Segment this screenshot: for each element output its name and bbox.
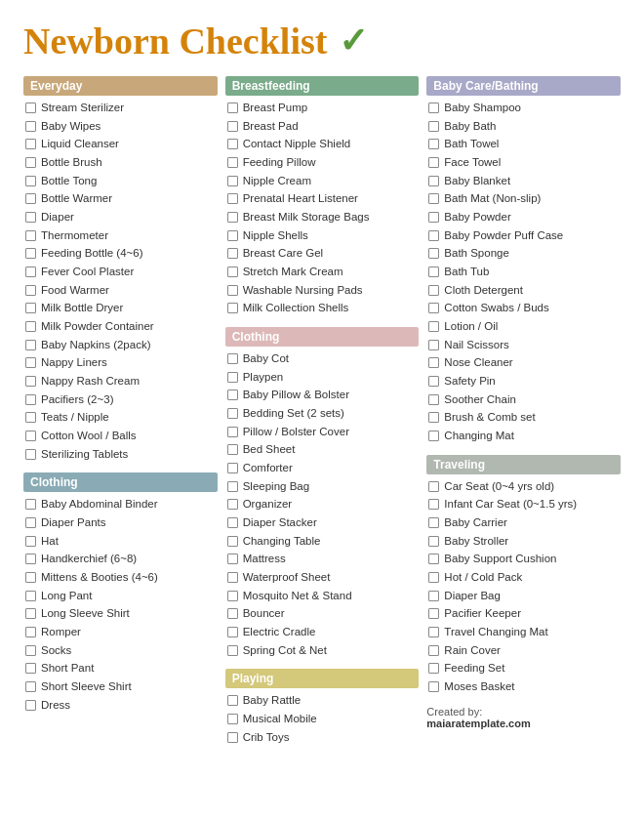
checkbox-icon[interactable] [25,212,36,223]
checkbox-icon[interactable] [227,248,238,259]
list-item[interactable]: Long Sleeve Shirt [23,604,218,623]
list-item[interactable]: Diaper Bag [426,587,621,605]
checkbox-icon[interactable] [428,572,439,583]
list-item[interactable]: Hat [23,532,218,551]
list-item[interactable]: Teats / Nipple [23,408,218,427]
list-item[interactable]: Changing Mat [426,427,621,445]
list-item[interactable]: Baby Cot [225,349,420,368]
list-item[interactable]: Long Pant [23,587,218,605]
list-item[interactable]: Nappy Liners [23,353,218,372]
checkbox-icon[interactable] [25,499,36,510]
checkbox-icon[interactable] [227,444,238,455]
checkbox-icon[interactable] [428,536,439,547]
checkbox-icon[interactable] [227,554,238,564]
checkbox-icon[interactable] [25,321,36,332]
checkbox-icon[interactable] [227,193,238,204]
checkbox-icon[interactable] [428,517,439,528]
checkbox-icon[interactable] [25,303,36,313]
checkbox-icon[interactable] [428,285,439,296]
checkbox-icon[interactable] [428,212,439,223]
checkbox-icon[interactable] [25,412,36,423]
checkbox-icon[interactable] [25,591,36,601]
list-item[interactable]: Breast Pad [225,117,420,136]
checkbox-icon[interactable] [428,412,439,423]
checkbox-icon[interactable] [25,449,36,460]
checkbox-icon[interactable] [428,394,439,405]
checkbox-icon[interactable] [428,121,439,132]
checkbox-icon[interactable] [227,427,238,437]
checkbox-icon[interactable] [227,121,238,132]
checkbox-icon[interactable] [25,248,36,259]
checkbox-icon[interactable] [227,536,238,547]
list-item[interactable]: Baby Powder Puff Case [426,226,621,245]
checkbox-icon[interactable] [428,554,439,564]
list-item[interactable]: Cotton Swabs / Buds [426,299,621,317]
list-item[interactable]: Changing Table [225,532,420,551]
checkbox-icon[interactable] [25,193,36,204]
list-item[interactable]: Mattress [225,550,420,568]
list-item[interactable]: Bath Mat (Non-slip) [426,189,621,208]
checkbox-icon[interactable] [227,303,238,313]
checkbox-icon[interactable] [428,267,439,277]
checkbox-icon[interactable] [227,176,238,186]
checkbox-icon[interactable] [428,139,439,149]
list-item[interactable]: Bouncer [225,604,420,623]
list-item[interactable]: Sleeping Bag [225,477,420,496]
list-item[interactable]: Diaper Stacker [225,513,420,532]
checkbox-icon[interactable] [227,372,238,383]
list-item[interactable]: Feeding Bottle (4~6) [23,244,218,263]
list-item[interactable]: Baby Pillow & Bolster [225,386,420,404]
checkbox-icon[interactable] [25,572,36,583]
list-item[interactable]: Pacifiers (2~3) [23,390,218,409]
list-item[interactable]: Sterilizing Tablets [23,445,218,464]
list-item[interactable]: Thermometer [23,226,218,245]
list-item[interactable]: Soother Chain [426,390,621,409]
list-item[interactable]: Baby Support Cushion [426,550,621,568]
checkbox-icon[interactable] [25,376,36,387]
list-item[interactable]: Baby Abdominal Binder [23,495,218,513]
list-item[interactable]: Stream Sterilizer [23,99,218,117]
checkbox-icon[interactable] [25,517,36,528]
list-item[interactable]: Washable Nursing Pads [225,281,420,300]
checkbox-icon[interactable] [428,157,439,168]
list-item[interactable]: Lotion / Oil [426,317,621,336]
list-item[interactable]: Organizer [225,495,420,513]
list-item[interactable]: Milk Bottle Dryer [23,299,218,317]
checkbox-icon[interactable] [25,176,36,186]
list-item[interactable]: Baby Powder [426,208,621,226]
checkbox-icon[interactable] [25,394,36,405]
checkbox-icon[interactable] [227,390,238,400]
checkbox-icon[interactable] [25,554,36,564]
checkbox-icon[interactable] [428,230,439,241]
checkbox-icon[interactable] [428,431,439,441]
list-item[interactable]: Rain Cover [426,641,621,660]
checkbox-icon[interactable] [227,732,238,743]
list-item[interactable]: Waterproof Sheet [225,568,420,587]
list-item[interactable]: Moses Basket [426,677,621,696]
checkbox-icon[interactable] [428,103,439,113]
checkbox-icon[interactable] [227,463,238,473]
checkbox-icon[interactable] [227,627,238,637]
checkbox-icon[interactable] [227,608,238,619]
checkbox-icon[interactable] [25,157,36,168]
checkbox-icon[interactable] [227,695,238,706]
list-item[interactable]: Bath Tub [426,263,621,281]
checkbox-icon[interactable] [25,645,36,656]
checkbox-icon[interactable] [227,481,238,492]
list-item[interactable]: Safety Pin [426,372,621,390]
list-item[interactable]: Baby Rattle [225,691,420,710]
list-item[interactable]: Comforter [225,459,420,477]
list-item[interactable]: Feeding Set [426,659,621,677]
list-item[interactable]: Baby Carrier [426,513,621,532]
checkbox-icon[interactable] [25,431,36,441]
checkbox-icon[interactable] [25,121,36,132]
list-item[interactable]: Short Pant [23,659,218,677]
list-item[interactable]: Cloth Detergent [426,281,621,300]
checkbox-icon[interactable] [25,608,36,619]
checkbox-icon[interactable] [227,267,238,277]
list-item[interactable]: Nail Scissors [426,336,621,354]
checkbox-icon[interactable] [428,681,439,692]
list-item[interactable]: Baby Blanket [426,172,621,190]
list-item[interactable]: Baby Napkins (2pack) [23,336,218,354]
list-item[interactable]: Diaper Pants [23,513,218,532]
